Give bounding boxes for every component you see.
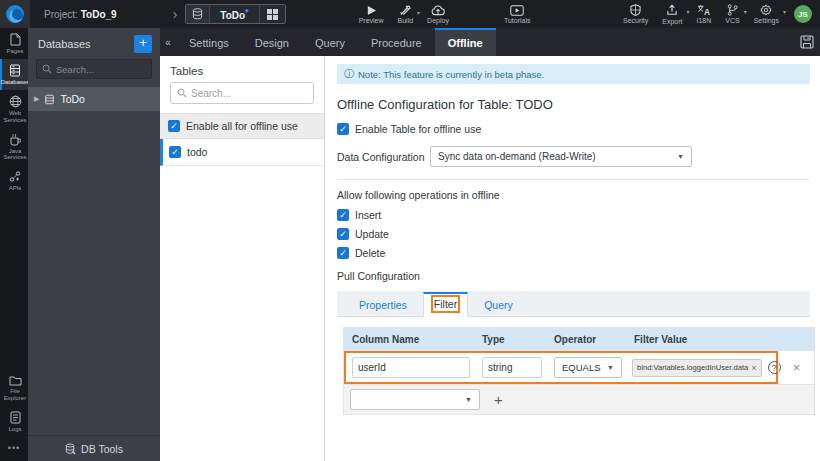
export-button[interactable]: ▾ Export bbox=[662, 4, 682, 25]
database-icon bbox=[44, 94, 55, 105]
db-tools-button[interactable]: DB Tools bbox=[28, 435, 160, 461]
top-bar: Project: ToDo_9 › ToDo* Preview ▾ Build bbox=[0, 0, 820, 28]
tab-properties[interactable]: Properties bbox=[343, 294, 423, 316]
enable-all-offline-row[interactable]: ✓ Enable all for offline use bbox=[160, 113, 324, 139]
header-column-name: Column Name bbox=[344, 328, 474, 351]
checkbox-checked[interactable]: ✓ bbox=[337, 247, 349, 259]
gear-icon bbox=[760, 4, 772, 16]
tables-search[interactable] bbox=[170, 82, 314, 104]
sidebar-item-databases[interactable]: Databases bbox=[0, 59, 28, 90]
breadcrumb-chevron-icon: › bbox=[173, 6, 178, 22]
sidebar-item-pages[interactable]: Pages bbox=[0, 28, 28, 59]
video-icon bbox=[510, 5, 524, 16]
deploy-button[interactable]: Deploy bbox=[427, 5, 449, 24]
user-avatar[interactable]: JS bbox=[794, 5, 812, 23]
dropdown-caret-icon: ▼ bbox=[607, 364, 614, 371]
entity-tab-bar: « Settings Design Query Procedure Offlin… bbox=[160, 28, 820, 56]
caret-down-icon: ▾ bbox=[783, 8, 786, 15]
tab-offline[interactable]: Offline bbox=[435, 28, 496, 56]
operation-delete-row[interactable]: ✓ Delete bbox=[337, 247, 810, 259]
checkbox-checked[interactable]: ✓ bbox=[168, 120, 180, 132]
database-tree-item-todo[interactable]: ▶ ToDo bbox=[28, 87, 160, 111]
topbar-right-group: Security ▾ Export A I18N ▾ VCS ▾ Setting… bbox=[616, 4, 816, 25]
topbar-action-group: Preview ▾ Build Deploy bbox=[352, 5, 456, 24]
table-row-todo[interactable]: ✓ todo bbox=[160, 139, 324, 166]
tab-query-pull[interactable]: Query bbox=[468, 294, 529, 316]
operator-select[interactable]: EQUALS ▼ bbox=[554, 357, 622, 378]
bind-expression-chip[interactable]: bind:Variables.loggedInUser.data × bbox=[632, 359, 762, 377]
project-label-text: Project: bbox=[44, 9, 78, 20]
add-database-button[interactable]: + bbox=[134, 35, 152, 53]
grid-view-icon[interactable] bbox=[259, 5, 285, 23]
operation-update-row[interactable]: ✓ Update bbox=[337, 228, 810, 240]
selected-entity-label: ToDo* bbox=[210, 7, 258, 21]
header-actions bbox=[774, 328, 812, 351]
operation-insert-row[interactable]: ✓ Insert bbox=[337, 209, 810, 221]
pull-configuration-label: Pull Configuration bbox=[337, 270, 810, 282]
entity-selector[interactable]: ToDo* bbox=[185, 4, 285, 24]
caret-down-icon: ▾ bbox=[686, 8, 689, 15]
api-connector-icon bbox=[9, 170, 21, 183]
branch-icon bbox=[727, 4, 738, 16]
enable-table-label: Enable Table for offline use bbox=[355, 123, 481, 135]
filter-table-add-row: ▼ + bbox=[344, 384, 814, 414]
sidebar-item-apis[interactable]: APIs bbox=[0, 165, 28, 196]
checkbox-checked[interactable]: ✓ bbox=[337, 123, 349, 135]
filter-table-header: Column Name Type Operator Filter Value bbox=[344, 328, 814, 351]
new-column-select[interactable]: ▼ bbox=[350, 389, 480, 410]
annotated-filter-row: EQUALS ▼ bind:Variables.loggedInUser.dat… bbox=[344, 351, 778, 384]
tables-panel: Tables ✓ Enable all for offline use ✓ to… bbox=[160, 56, 325, 461]
security-button[interactable]: Security bbox=[623, 4, 648, 24]
offline-config-panel: ⓘ Note: This feature is currently in bet… bbox=[325, 56, 820, 461]
sidebar-item-java-services[interactable]: Java Services bbox=[0, 128, 28, 166]
data-configuration-select[interactable]: Sync data on-demand (Read-Write) ▼ bbox=[430, 146, 692, 167]
type-input[interactable] bbox=[482, 357, 542, 378]
checkbox-checked[interactable]: ✓ bbox=[337, 228, 349, 240]
enable-all-label: Enable all for offline use bbox=[186, 120, 298, 132]
tab-settings[interactable]: Settings bbox=[176, 28, 242, 56]
info-icon: ⓘ bbox=[344, 67, 354, 81]
databases-search[interactable] bbox=[36, 59, 152, 79]
annotation-highlight: Filter bbox=[434, 298, 457, 310]
enable-table-offline-row[interactable]: ✓ Enable Table for offline use bbox=[337, 123, 810, 135]
operation-delete-label: Delete bbox=[355, 247, 385, 259]
beta-note-banner: ⓘ Note: This feature is currently in bet… bbox=[337, 64, 810, 84]
sidebar-item-web-services[interactable]: Web Services bbox=[0, 90, 28, 128]
tab-query[interactable]: Query bbox=[302, 28, 358, 56]
sidebar-item-file-explorer[interactable]: File Explorer bbox=[0, 370, 28, 406]
tab-filter[interactable]: Filter bbox=[423, 292, 468, 317]
vcs-button[interactable]: ▾ VCS bbox=[725, 4, 739, 24]
preview-button[interactable]: Preview bbox=[359, 5, 384, 24]
operation-update-label: Update bbox=[355, 228, 389, 240]
databases-search-input[interactable] bbox=[56, 64, 146, 75]
settings-button[interactable]: ▾ Settings bbox=[754, 4, 779, 24]
caret-down-icon: ▾ bbox=[417, 9, 420, 16]
coffee-cup-icon bbox=[9, 133, 21, 146]
build-button[interactable]: ▾ Build bbox=[398, 5, 414, 24]
tables-search-input[interactable] bbox=[191, 88, 301, 99]
checkbox-checked[interactable]: ✓ bbox=[169, 146, 181, 158]
tables-panel-title: Tables bbox=[160, 56, 324, 82]
remove-binding-icon[interactable]: × bbox=[751, 363, 756, 373]
data-configuration-value: Sync data on-demand (Read-Write) bbox=[438, 151, 596, 162]
sidebar-item-logs[interactable]: Logs bbox=[0, 406, 28, 437]
save-button[interactable] bbox=[794, 28, 820, 56]
database-name: ToDo bbox=[60, 93, 85, 105]
expand-arrow-icon[interactable]: ▶ bbox=[34, 95, 39, 103]
table-name: todo bbox=[187, 146, 207, 158]
globe-icon bbox=[9, 95, 22, 108]
collapse-panel-icon[interactable]: « bbox=[160, 28, 176, 56]
tutorials-button[interactable]: Tutorials bbox=[504, 5, 531, 24]
search-icon bbox=[42, 64, 52, 74]
delete-row-button[interactable]: × bbox=[778, 351, 814, 384]
wavemaker-logo[interactable] bbox=[0, 0, 30, 28]
more-options-icon[interactable]: ••• bbox=[0, 437, 28, 461]
column-name-input[interactable] bbox=[352, 357, 470, 378]
add-filter-row-button[interactable]: + bbox=[494, 391, 503, 408]
play-icon bbox=[366, 5, 377, 16]
tab-procedure[interactable]: Procedure bbox=[358, 28, 435, 56]
checkbox-checked[interactable]: ✓ bbox=[337, 209, 349, 221]
tab-design[interactable]: Design bbox=[242, 28, 302, 56]
i18n-button[interactable]: A I18N bbox=[697, 4, 712, 24]
database-icon bbox=[9, 64, 21, 77]
